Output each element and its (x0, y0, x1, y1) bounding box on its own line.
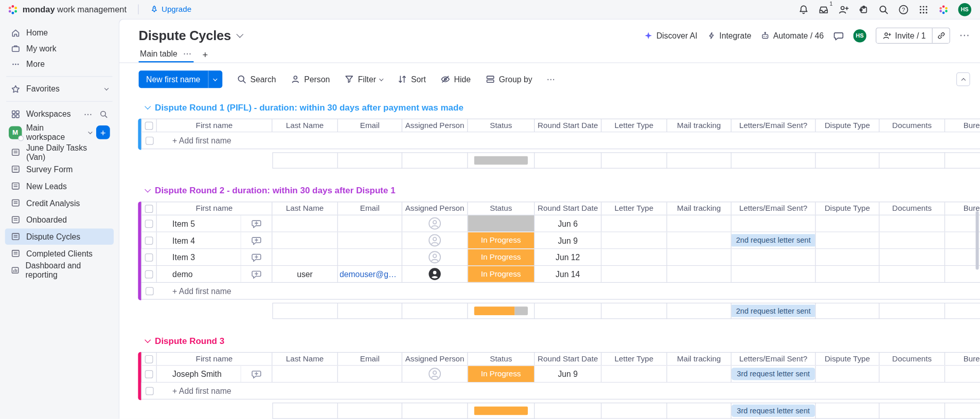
row-checkbox[interactable] (141, 266, 156, 282)
help-icon[interactable] (898, 4, 909, 15)
mail-tracking-cell[interactable] (667, 266, 732, 282)
sidebar-item-home[interactable]: Home (5, 25, 114, 41)
letters-email-sent-cell[interactable] (732, 266, 816, 282)
favorites-section[interactable]: Favorites (5, 81, 114, 97)
status-summary-cell[interactable] (468, 152, 534, 169)
item-name[interactable]: Joseph Smith (157, 369, 241, 378)
filter-button[interactable]: Filter (344, 74, 383, 84)
documents-cell[interactable] (880, 232, 945, 249)
status-cell[interactable]: In Progress (468, 249, 534, 265)
letter-type-cell[interactable] (601, 249, 667, 265)
row-checkbox[interactable] (141, 249, 156, 265)
assigned-person-cell[interactable] (402, 215, 468, 232)
upgrade-button[interactable]: Upgrade (150, 5, 191, 14)
add-update-icon[interactable] (240, 266, 272, 282)
group-collapse-icon[interactable] (145, 103, 151, 109)
column-header-bureau[interactable]: Bureau (945, 119, 980, 132)
column-header-assigned-person[interactable]: Assigned Person (402, 119, 468, 132)
add-update-icon[interactable] (240, 215, 272, 232)
new-item-button[interactable]: New first name (139, 70, 222, 88)
bureau-cell[interactable] (945, 249, 980, 265)
row-checkbox[interactable] (141, 132, 156, 149)
column-header-email[interactable]: Email (338, 353, 402, 365)
column-header-letter-type[interactable]: Letter Type (601, 119, 667, 132)
search-button[interactable]: Search (237, 74, 276, 84)
select-all-checkbox[interactable] (141, 119, 156, 132)
item-name[interactable]: Item 3 (157, 252, 241, 262)
last-name-cell[interactable] (272, 232, 337, 249)
add-board-button[interactable]: + (96, 125, 110, 139)
sidebar-item-my-work[interactable]: My work (5, 41, 114, 56)
vertical-scrollbar[interactable] (976, 211, 979, 269)
select-all-checkbox[interactable] (141, 202, 156, 214)
workspaces-section[interactable]: Workspaces ⋯ (5, 106, 114, 121)
bureau-cell[interactable] (945, 232, 980, 249)
status-summary-cell[interactable] (468, 403, 534, 419)
last-name-cell[interactable]: user (272, 266, 337, 282)
toolbar-options-icon[interactable]: ⋯ (547, 75, 556, 84)
mail-tracking-cell[interactable] (667, 215, 732, 232)
column-header-dispute-type[interactable]: Dispute Type (816, 119, 880, 132)
letters-email-sent-cell[interactable] (732, 215, 816, 232)
apps-grid-icon[interactable] (918, 4, 929, 15)
group-title[interactable]: Dispute Round 2 - duration: within 30 da… (155, 186, 396, 195)
email-cell[interactable]: demouser@gmail... (338, 266, 402, 282)
letters-summary-cell[interactable]: 2nd request letter sent (732, 303, 816, 319)
letters-email-sent-cell[interactable] (732, 249, 816, 265)
documents-cell[interactable] (880, 249, 945, 265)
column-header-first-name[interactable]: First name (157, 353, 273, 365)
column-header-round-start-date[interactable]: Round Start Date (534, 119, 601, 132)
column-header-status[interactable]: Status (468, 202, 534, 214)
column-header-email[interactable]: Email (338, 119, 402, 132)
chevron-down-icon[interactable] (104, 86, 109, 91)
column-header-dispute-type[interactable]: Dispute Type (816, 202, 880, 214)
status-cell[interactable] (468, 215, 534, 232)
sidebar-board-onboarded[interactable]: Onboarded (5, 212, 114, 228)
bureau-cell[interactable] (945, 215, 980, 232)
letters-email-sent-cell[interactable]: 2nd request letter sent (732, 232, 816, 249)
add-item-label[interactable]: + Add first name (157, 286, 231, 296)
workspaces-options-icon[interactable]: ⋯ (84, 110, 93, 118)
dispute-type-cell[interactable] (816, 266, 880, 282)
item-name[interactable]: Item 4 (157, 235, 241, 245)
group-title[interactable]: Dispute Round 1 (PIFL) - duration: withi… (155, 102, 464, 112)
status-cell[interactable]: In Progress (468, 366, 534, 382)
column-header-bureau[interactable]: Bureau (945, 202, 980, 214)
dispute-type-cell[interactable] (816, 366, 880, 382)
row-checkbox[interactable] (141, 366, 156, 382)
status-cell[interactable]: In Progress (468, 266, 534, 282)
select-all-checkbox[interactable] (141, 353, 156, 365)
column-header-bureau[interactable]: Bureau (945, 353, 980, 365)
column-header-last-name[interactable]: Last Name (272, 353, 337, 365)
mail-tracking-cell[interactable] (667, 366, 732, 382)
add-item-row[interactable]: + Add first name (141, 382, 980, 399)
item-name[interactable]: demo (157, 269, 241, 279)
row-checkbox[interactable] (141, 382, 156, 399)
new-item-label[interactable]: New first name (139, 70, 208, 88)
workspaces-search-icon[interactable] (99, 110, 108, 118)
automate-button[interactable]: Automate / 46 (761, 31, 824, 40)
new-item-dropdown[interactable] (208, 70, 222, 88)
bureau-cell[interactable] (945, 266, 980, 282)
column-header-assigned-person[interactable]: Assigned Person (402, 202, 468, 214)
round-start-date-cell[interactable]: Jun 9 (534, 232, 601, 249)
user-avatar[interactable]: HS (958, 3, 971, 15)
mail-tracking-cell[interactable] (667, 249, 732, 265)
invite-members-icon[interactable] (838, 4, 849, 15)
status-summary-cell[interactable] (468, 303, 534, 319)
column-header-assigned-person[interactable]: Assigned Person (402, 353, 468, 365)
table-row-demo[interactable]: demo user demouser@gmail... In Progress … (141, 266, 980, 283)
sidebar-board-completed-clients[interactable]: Completed Clients (5, 245, 114, 262)
column-header-documents[interactable]: Documents (880, 202, 945, 214)
letter-type-cell[interactable] (601, 232, 667, 249)
sidebar-board-dashboard-and-reporting[interactable]: Dashboard and reporting (5, 262, 114, 279)
row-checkbox[interactable] (141, 232, 156, 249)
assigned-person-cell[interactable] (402, 366, 468, 382)
column-header-letter-type[interactable]: Letter Type (601, 202, 667, 214)
email-cell[interactable] (338, 215, 402, 232)
letter-type-cell[interactable] (601, 366, 667, 382)
sort-button[interactable]: Sort (397, 74, 426, 84)
item-name[interactable]: Item 5 (157, 219, 241, 228)
column-header-status[interactable]: Status (468, 353, 534, 365)
item-name-cell[interactable]: Item 5 (157, 215, 273, 232)
